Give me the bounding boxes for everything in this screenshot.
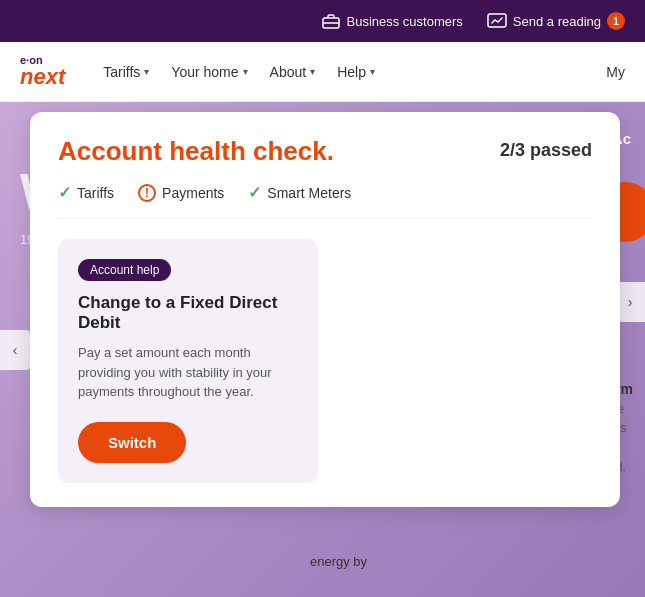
payments-warn-icon: !: [138, 184, 156, 202]
inner-recommendation-card: Account help Change to a Fixed Direct De…: [58, 239, 318, 483]
account-health-check-modal: Account health check. 2/3 passed ✓ Tarif…: [30, 112, 620, 507]
nav-my-label: My: [606, 64, 625, 80]
account-help-badge: Account help: [78, 259, 171, 281]
help-chevron-icon: ▾: [370, 66, 375, 77]
send-reading-label: Send a reading: [513, 14, 601, 29]
meter-icon: [487, 13, 507, 29]
modal-title: Account health check.: [58, 136, 334, 167]
check-tariffs: ✓ Tariffs: [58, 183, 114, 202]
checks-row: ✓ Tariffs ! Payments ✓ Smart Meters: [58, 183, 592, 219]
nav-help-label: Help: [337, 64, 366, 80]
switch-button[interactable]: Switch: [78, 422, 186, 463]
nav-help[interactable]: Help ▾: [329, 60, 383, 84]
modal-score: 2/3 passed: [500, 140, 592, 161]
check-tariffs-label: Tariffs: [77, 185, 114, 201]
check-payments: ! Payments: [138, 184, 224, 202]
your-home-chevron-icon: ▾: [243, 66, 248, 77]
briefcase-icon: [322, 13, 340, 29]
check-smart-meters-label: Smart Meters: [267, 185, 351, 201]
about-chevron-icon: ▾: [310, 66, 315, 77]
logo[interactable]: e·on next: [20, 55, 65, 88]
main-background: Wo 192 G Ac ‹ › t paym paymement iss aft…: [0, 102, 645, 597]
modal-overlay: Account health check. 2/3 passed ✓ Tarif…: [0, 102, 645, 597]
business-customers-link[interactable]: Business customers: [322, 13, 462, 29]
nav-your-home-label: Your home: [171, 64, 238, 80]
check-smart-meters: ✓ Smart Meters: [248, 183, 351, 202]
card-description: Pay a set amount each month providing yo…: [78, 343, 298, 402]
nav-items: Tariffs ▾ Your home ▾ About ▾ Help ▾: [95, 60, 576, 84]
logo-next-text: next: [20, 66, 65, 88]
modal-header: Account health check. 2/3 passed: [58, 136, 592, 167]
tariffs-chevron-icon: ▾: [144, 66, 149, 77]
tariffs-pass-icon: ✓: [58, 183, 71, 202]
smart-meters-pass-icon: ✓: [248, 183, 261, 202]
nav-tariffs-label: Tariffs: [103, 64, 140, 80]
check-payments-label: Payments: [162, 185, 224, 201]
send-reading-link[interactable]: Send a reading 1: [487, 12, 625, 30]
card-title: Change to a Fixed Direct Debit: [78, 293, 298, 333]
nav-your-home[interactable]: Your home ▾: [163, 60, 255, 84]
nav-tariffs[interactable]: Tariffs ▾: [95, 60, 157, 84]
business-customers-label: Business customers: [346, 14, 462, 29]
notification-badge: 1: [607, 12, 625, 30]
nav-about-label: About: [270, 64, 307, 80]
top-bar: Business customers Send a reading 1: [0, 0, 645, 42]
nav-my[interactable]: My: [606, 64, 625, 80]
nav-bar: e·on next Tariffs ▾ Your home ▾ About ▾ …: [0, 42, 645, 102]
nav-about[interactable]: About ▾: [262, 60, 324, 84]
